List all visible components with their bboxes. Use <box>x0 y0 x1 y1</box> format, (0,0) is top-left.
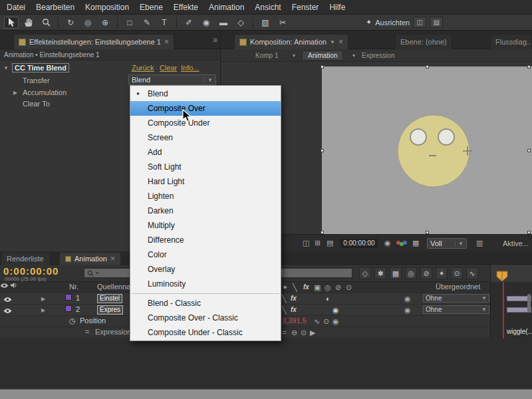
brush-tool-icon[interactable]: ✐ <box>182 17 196 29</box>
menu-item-multiply[interactable]: Multiply <box>130 218 281 233</box>
switch-shy-icon[interactable]: ✦ <box>282 283 288 292</box>
menu-item-overlay[interactable]: Overlay <box>130 262 281 277</box>
menu-item-screen[interactable]: Screen <box>130 130 281 145</box>
tab-ebene[interactable]: Ebene: (ohne) <box>395 34 452 49</box>
menu-item-blend-classic[interactable]: Blend - Classic <box>130 296 281 311</box>
clear-link[interactable]: Clear <box>160 64 177 72</box>
composition-mini-flow-icon[interactable]: ◇ <box>359 267 371 279</box>
switch-fx-icon[interactable]: fx <box>303 283 309 291</box>
menu-ansicht[interactable]: Ansicht <box>255 3 281 12</box>
value-graph-icon[interactable]: ∿ <box>314 317 320 326</box>
quality-toggle-icon[interactable]: ╲ <box>282 306 287 315</box>
channel-icon[interactable] <box>396 241 407 246</box>
timeline-bottom-scrollbar[interactable] <box>0 389 532 399</box>
chevron-down-icon[interactable]: ▾ <box>96 270 98 276</box>
expression-pickwhip-icon[interactable]: ⊙ <box>301 329 307 337</box>
switch-quality-icon[interactable]: ╲ <box>293 283 297 292</box>
menu-ebene[interactable]: Ebene <box>140 3 163 12</box>
zurueck-link[interactable]: Zurück <box>132 64 154 72</box>
parent-combobox[interactable]: Ohne ▼ <box>423 294 489 303</box>
menu-item-darken[interactable]: Darken <box>130 203 281 218</box>
twirl-icon[interactable]: ▶ <box>41 296 45 302</box>
switch-motionblur-icon[interactable]: ◎ <box>325 283 331 292</box>
adjustment-layer-toggle-icon[interactable]: ◐ <box>326 295 331 303</box>
crumb-komp1[interactable]: Komp 1 <box>255 52 278 59</box>
tab-renderliste[interactable]: Renderliste <box>1 253 49 265</box>
align-button-1[interactable]: ◫ <box>413 17 426 28</box>
menu-bearbeiten[interactable]: Bearbeiten <box>36 3 74 12</box>
menu-fenster[interactable]: Fenster <box>292 3 319 12</box>
zoom-tool-icon[interactable] <box>39 17 53 29</box>
eye-icon[interactable] <box>3 297 12 303</box>
camera-tool-icon[interactable]: ◎ <box>80 17 95 29</box>
selection-handle[interactable] <box>527 65 531 68</box>
eye-icon[interactable] <box>3 308 12 314</box>
chevron-down-icon[interactable]: ▼ <box>330 39 335 45</box>
switch-frameblend-icon[interactable]: ▣ <box>314 283 321 292</box>
motion-blur-toggle-icon[interactable]: ◉ <box>332 306 339 315</box>
parent-pickwhip-icon[interactable]: ◉ <box>404 306 411 315</box>
menu-item-lighten[interactable]: Lighten <box>130 189 281 203</box>
clone-stamp-tool-icon[interactable]: ◉ <box>199 17 213 29</box>
layer-name[interactable]: Expres <box>97 305 123 315</box>
resolution-icon[interactable]: ▥ <box>476 239 483 247</box>
selection-handle[interactable] <box>321 65 324 68</box>
mask-tool-icon[interactable]: □ <box>122 17 137 29</box>
menu-item-add[interactable]: Add <box>130 145 281 160</box>
align-button-2[interactable]: ▤ <box>430 17 443 28</box>
info-link[interactable]: Info... <box>181 64 200 72</box>
menu-item-luminosity[interactable]: Luminosity <box>130 277 281 291</box>
viewer-timecode[interactable]: 0:00:00:00 <box>340 239 378 248</box>
menu-item-blend[interactable]: ●Blend <box>130 86 281 101</box>
menu-item-color[interactable]: Color <box>130 247 281 262</box>
tab-komposition-animation[interactable]: Komposition: Animation ▼ × <box>234 34 348 49</box>
current-timecode[interactable]: 0:00:00:00 <box>3 265 59 277</box>
quality-toggle-icon[interactable]: ╲ <box>282 295 287 303</box>
menu-item-composite-under-classic[interactable]: Composite Under - Classic <box>130 325 281 340</box>
effect-twirl-icon[interactable]: ▼ <box>3 65 9 71</box>
snap-icon[interactable]: ✦ <box>366 18 372 27</box>
current-time-indicator-line[interactable] <box>503 282 504 338</box>
close-icon[interactable]: × <box>164 37 169 47</box>
menu-datei[interactable]: Datei <box>7 3 25 12</box>
pen-tool-icon[interactable]: ✎ <box>140 17 154 29</box>
fx-toggle-icon[interactable]: fx <box>291 295 297 302</box>
crumb-animation[interactable]: Animation <box>302 51 343 61</box>
tab-flussdiagramm[interactable]: Flussdiag... <box>490 34 532 49</box>
keyframe-icon[interactable]: ◉ <box>332 317 339 326</box>
position-value[interactable]: 3,391,5 <box>282 317 307 325</box>
panel-menu-icon[interactable]: ≡ <box>213 36 217 44</box>
mask-visibility-icon[interactable]: ▤ <box>327 239 333 247</box>
brainstorm-icon[interactable]: ✦ <box>436 267 448 279</box>
layer-name[interactable]: Einstel <box>97 294 122 303</box>
tab-animation-timeline[interactable]: Animation × <box>60 253 120 265</box>
grid-guides-icon[interactable]: ⊞ <box>315 239 321 247</box>
eraser-tool-icon[interactable]: ▬ <box>216 17 231 29</box>
switch-adjustment-icon[interactable]: ⊘ <box>335 283 341 292</box>
twirl-icon[interactable]: ▶ <box>41 307 45 313</box>
expression-enable-icon[interactable]: = <box>85 328 89 336</box>
stopwatch-icon[interactable]: ◷ <box>69 317 76 325</box>
selection-handle[interactable] <box>527 149 531 152</box>
include-graph-icon[interactable]: ⊙ <box>323 317 329 326</box>
pan-behind-tool-icon[interactable]: ⊕ <box>98 17 112 29</box>
selection-handle[interactable] <box>321 149 324 152</box>
parent-combobox[interactable]: Ohne ▼ <box>423 305 489 314</box>
column-nr[interactable]: Nr. <box>69 283 78 291</box>
current-time-indicator-head[interactable] <box>495 271 509 283</box>
close-icon[interactable]: × <box>338 37 343 47</box>
magnification-combobox[interactable]: Voll ▼ <box>427 238 467 249</box>
draft-3d-icon[interactable]: ✱ <box>374 267 386 279</box>
selection-handle[interactable] <box>426 231 429 234</box>
region-of-interest-icon[interactable]: ◫ <box>303 239 309 247</box>
scrollbar-thumb[interactable] <box>527 294 531 313</box>
menu-hilfe[interactable]: Hilfe <box>329 3 345 12</box>
crumb-expression[interactable]: Expression <box>362 52 394 59</box>
menu-item-composite-over-classic[interactable]: Composite Over - Classic <box>130 311 281 325</box>
selection-handle[interactable] <box>321 231 324 234</box>
close-icon[interactable]: × <box>110 254 115 263</box>
menu-komposition[interactable]: Komposition <box>85 3 129 12</box>
menu-item-composite-over[interactable]: Composite Over <box>130 101 281 116</box>
selection-handle[interactable] <box>527 231 531 234</box>
transfer-mode-combobox[interactable]: Blend ▼ <box>128 74 216 85</box>
